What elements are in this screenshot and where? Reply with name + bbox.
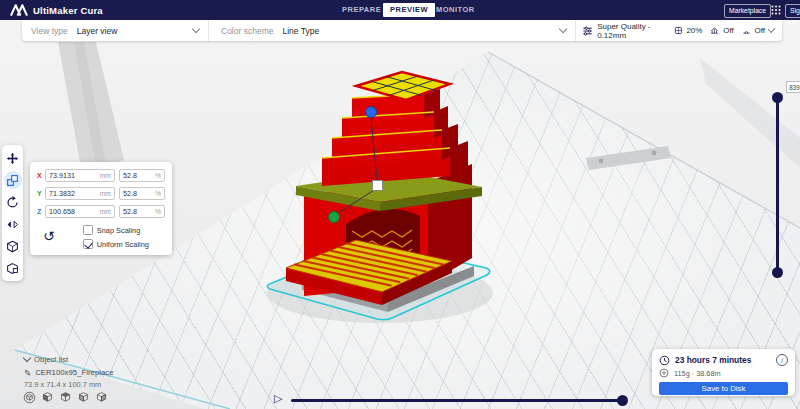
view-right-icon (95, 391, 108, 404)
print-settings-panel[interactable]: Super Quality - 0.12mm 20% Off Off (576, 22, 782, 40)
view-front-button[interactable] (40, 390, 54, 404)
uniform-scaling-checkbox[interactable] (83, 239, 93, 249)
percent-unit: % (155, 208, 161, 215)
uniform-scaling-option[interactable]: Uniform Scaling (83, 239, 149, 249)
object-list-toggle[interactable]: Object list (24, 353, 114, 366)
scale-handle-z (366, 107, 377, 118)
scale-x-mm-input[interactable]: 73.9131 mm (45, 169, 115, 182)
layer-slider-track[interactable] (776, 97, 779, 273)
move-icon (7, 152, 18, 163)
scale-y-mm-value: 71.3832 (49, 189, 75, 198)
color-scheme-label: Color scheme (221, 26, 273, 36)
view-type-value: Layer view (77, 26, 118, 36)
percent-unit: % (155, 172, 161, 179)
reset-scale-icon[interactable]: ↺ (43, 229, 55, 249)
path-slider-handle[interactable] (617, 395, 628, 406)
layer-slider-top-handle[interactable] (772, 92, 783, 103)
view-front-icon (41, 391, 54, 404)
scale-z-mm-input[interactable]: 100.658 mm (45, 205, 115, 218)
print-profile: Super Quality - 0.12mm (597, 22, 664, 40)
view-settings-bar: View type Layer view Color scheme Line T… (22, 20, 782, 41)
color-scheme-value: Line Type (282, 26, 319, 36)
scale-y-percent-input[interactable]: 52.8 % (119, 187, 165, 200)
scale-x-mm-value: 73.9131 (49, 171, 75, 180)
mirror-icon (6, 218, 19, 231)
view-left-icon (77, 391, 90, 404)
save-to-disk-button[interactable]: Save to Disk (659, 382, 788, 395)
chevron-down-icon (192, 25, 200, 33)
path-slider-track[interactable] (291, 399, 624, 402)
model-name: CER100x95_Fireplace (35, 368, 113, 377)
uniform-scaling-label: Uniform Scaling (97, 240, 149, 249)
infill-value: 20% (686, 26, 702, 35)
scale-z-mm-value: 100.658 (49, 207, 75, 216)
material-spool-icon (659, 368, 669, 378)
scale-y-percent-value: 52.8 (123, 189, 137, 198)
tab-monitor[interactable]: MONITOR (436, 0, 475, 20)
material-estimate: 115g · 38.68m (674, 369, 721, 378)
mm-unit: mm (100, 208, 111, 215)
view-left-button[interactable] (76, 390, 90, 404)
chevron-down-icon (23, 354, 31, 362)
model-fireplace[interactable] (286, 72, 482, 312)
chevron-down-icon (768, 25, 776, 33)
move-tool-button[interactable] (2, 147, 23, 169)
print-time-estimate: 23 hours 7 minutes (675, 355, 751, 365)
scale-y-mm-input[interactable]: 71.3832 mm (45, 187, 115, 200)
rotate-icon (6, 196, 19, 209)
model-dimensions: 73.9 x 71.4 x 100.7 mm (24, 380, 114, 389)
scale-x-percent-value: 52.8 (123, 171, 137, 180)
scale-icon (6, 174, 19, 187)
rotate-tool-button[interactable] (2, 191, 23, 213)
object-list-label: Object list (34, 355, 68, 364)
tab-preview[interactable]: PREVIEW (383, 3, 435, 17)
sign-in-button[interactable]: Sign in (785, 4, 800, 18)
scale-handle-y (329, 212, 340, 223)
view-type-dropdown[interactable]: View type Layer view (22, 26, 208, 36)
support-icon (710, 25, 719, 36)
ultimaker-logo-icon (10, 3, 28, 17)
mirror-tool-button[interactable] (2, 213, 23, 235)
snap-scaling-option[interactable]: Snap Scaling (83, 225, 149, 235)
support-blocker-icon (6, 262, 19, 275)
layer-slider-bottom-handle[interactable] (772, 267, 783, 278)
mm-unit: mm (100, 190, 111, 197)
apps-grid-icon[interactable] (771, 5, 781, 15)
tab-prepare[interactable]: PREPARE (342, 0, 381, 20)
z-axis-label: Z (37, 208, 45, 215)
view-right-button[interactable] (94, 390, 108, 404)
scale-tool-button[interactable] (2, 169, 23, 191)
x-axis-label: X (37, 172, 45, 179)
scale-z-percent-input[interactable]: 52.8 % (119, 205, 165, 218)
percent-unit: % (155, 190, 161, 197)
mm-unit: mm (100, 172, 111, 179)
scale-handle-center (373, 181, 383, 191)
snap-scaling-label: Snap Scaling (97, 226, 141, 235)
color-scheme-dropdown[interactable]: Color scheme Line Type (209, 26, 575, 36)
per-model-settings-icon (6, 240, 19, 253)
current-layer-indicator: 839 (786, 81, 800, 93)
view-top-button[interactable] (58, 390, 72, 404)
camera-view-buttons (22, 390, 108, 404)
view-top-icon (59, 391, 72, 404)
per-model-settings-button[interactable] (2, 235, 23, 257)
chevron-down-icon (559, 25, 567, 33)
model-name-row[interactable]: ✎ CER100x95_Fireplace (24, 366, 114, 379)
view-3d-button[interactable] (22, 390, 36, 404)
adhesion-value: Off (754, 26, 765, 35)
scale-x-percent-input[interactable]: 52.8 % (119, 169, 165, 182)
y-axis-label: Y (37, 190, 45, 197)
view-3d-icon (23, 391, 36, 404)
info-icon[interactable]: i (776, 354, 788, 366)
view-type-label: View type (31, 26, 68, 36)
rename-pencil-icon: ✎ (24, 368, 31, 378)
support-blocker-button[interactable] (2, 257, 23, 279)
scale-z-percent-value: 52.8 (123, 207, 137, 216)
app-title: UltiMaker Cura (33, 5, 103, 16)
play-simulation-button[interactable]: ▷ (274, 392, 282, 405)
snap-scaling-checkbox[interactable] (83, 225, 93, 235)
marketplace-button[interactable]: Marketplace (724, 4, 771, 18)
print-settings-sliders-icon (582, 24, 593, 38)
adhesion-icon (742, 25, 751, 36)
scale-tool-panel: X 73.9131 mm 52.8 % Y 71.3832 mm 52.8 % … (30, 162, 172, 255)
